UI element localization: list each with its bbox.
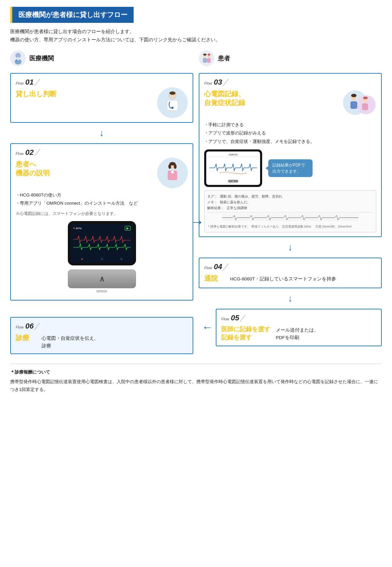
right-column-header: 患者 — [199, 50, 382, 66]
svg-rect-16 — [171, 171, 174, 173]
flow-01-box: Flow 01 ╱ 貸し出し判断 — [10, 73, 193, 123]
svg-point-20 — [199, 50, 214, 66]
flow-04-label: Flow 04 ╱ — [204, 262, 376, 271]
flow-05-text: メール送付または、 PDFを印刷 — [276, 325, 319, 341]
svg-rect-26 — [207, 58, 211, 63]
flow-05-title: 医師に記録を渡す 記録を渡す — [221, 325, 270, 341]
svg-rect-23 — [203, 58, 207, 63]
arrow-03-04: ↓ — [199, 243, 382, 252]
flow-02-label: Flow 02 ╱ — [16, 148, 188, 157]
bottom-note: ＊診療報酬について 携帯型発作時心電図記憶伝達装置使用心電図検査は、入院中の患者… — [10, 364, 382, 393]
flow-06-box: Flow 06 ╱ 診療 心電図・自覚症状を伝え、 診療 — [10, 317, 193, 354]
svg-point-12 — [168, 164, 171, 169]
bottom-note-text: 携帯型発作時心電図記憶伝達装置使用心電図検査は、入院中の患者様以外の患者様に対し… — [10, 378, 382, 394]
phone-screen-left: ♥ BPM ▶ — [71, 224, 133, 263]
svg-point-33 — [363, 97, 368, 99]
left-column: 医療機関 Flow 01 ╱ 貸し出し判断 — [10, 50, 193, 354]
left-column-label: 医療機関 — [29, 54, 54, 62]
arrow-04-05: ↓ — [199, 294, 382, 303]
flow-03-bullets: 手軽に計測できる アプリで波形の記録がみえる アプリで、自覚症状・運動強度、メモ… — [204, 121, 376, 146]
flow-01-label: Flow 01 ╱ — [16, 78, 188, 87]
doctor-illustration — [157, 87, 188, 118]
ecg-record-card: タグ： 運動 頭、腹の痛み、疲労、動悸、息切れ メモ： 朝昼に薬を飲んだ。 解析… — [204, 190, 376, 232]
right-column-label: 患者 — [218, 54, 230, 62]
flow-04-title: 通院 — [204, 274, 225, 283]
phone-mockup-left: ♥ BPM ▶ — [68, 221, 136, 265]
right-column: 患者 Flow 03 ╱ 心電図記録、 自覚症状記録 — [199, 50, 382, 346]
flow-05-label: Flow 05 ╱ — [221, 314, 376, 322]
flow-05-box: Flow 05 ╱ 医師に記録を渡す 記録を渡す メール送付または、 PDFを印… — [216, 309, 382, 346]
medical-icon — [10, 50, 26, 66]
flow-03-title: 心電図記録、 自覚症状記録 — [204, 89, 245, 107]
flow-02-note: ※心電図記録には、スマートフォンが必要となります。 — [16, 210, 188, 217]
bottom-note-title: ＊診療報酬について — [10, 368, 382, 376]
phone-screen-right: OMRON — [206, 151, 260, 185]
svg-rect-35 — [209, 158, 257, 178]
svg-point-6 — [169, 91, 176, 95]
flow-05-row: ← Flow 05 ╱ 医師に記録を渡す 記録を渡す メール送付または、 PDF… — [199, 309, 382, 346]
svg-point-22 — [203, 54, 207, 56]
arrow-02-03: → — [191, 215, 204, 229]
left-column-header: 医療機関 — [10, 50, 193, 66]
speech-bubble: 記録結果がPDFで出力できます。 — [268, 159, 313, 177]
flow-01-content: 貸し出し判断 — [16, 87, 188, 118]
spacer-left — [10, 305, 193, 312]
page-header: 医療機関が患者様に貸し出すフロー — [10, 7, 134, 23]
svg-point-3 — [16, 60, 17, 61]
svg-point-25 — [208, 54, 210, 56]
couple-illustration — [342, 87, 376, 118]
svg-rect-8 — [167, 100, 178, 111]
intro-text: 医療機関が患者様に貸し出す場合のフローを紹介します。 機器の使い方、専用アプリの… — [10, 28, 382, 44]
svg-rect-34 — [362, 103, 368, 110]
flow-06-label: Flow 06 ╱ — [16, 322, 188, 331]
flow-02-bullets: HCG-8060Tの使い方 専用アプリ「OMRON connect」のインストー… — [16, 191, 188, 208]
flow-05-content: 医師に記録を渡す 記録を渡す メール送付または、 PDFを印刷 — [221, 325, 376, 341]
flow-06-title: 診療 — [16, 333, 36, 343]
nurse-illustration — [157, 158, 188, 188]
flow-04-content: 通院 HCG-8060T・記録しているスマートフォンを持参 — [204, 274, 376, 283]
arrow-01-02: ↓ — [10, 128, 193, 138]
phone-mockup-right: OMRON — [204, 149, 262, 187]
flow-03-label: Flow 03 ╱ — [204, 78, 376, 87]
svg-point-13 — [174, 164, 177, 169]
ecg-divider — [207, 212, 373, 213]
flow-02-box: Flow 02 ╱ 患者へ 機器の説明 — [10, 143, 193, 301]
flow-03-header: 心電図記録、 自覚症状記録 — [204, 87, 376, 118]
flow-03-box: Flow 03 ╱ 心電図記録、 自覚症状記録 — [199, 73, 382, 237]
svg-rect-2 — [17, 57, 19, 60]
ecg-display: ♥ BPM ▶ — [71, 224, 133, 263]
flow-06-text: 心電図・自覚症状を伝え、 診療 — [42, 333, 99, 349]
flow-03-phone-row: OMRON — [204, 149, 376, 187]
svg-point-30 — [351, 94, 357, 97]
flow-01-title: 貸し出し判断 — [16, 89, 57, 98]
flow-container: 医療機関 Flow 01 ╱ 貸し出し判断 — [10, 50, 382, 354]
flow-02-title: 患者へ 機器の説明 — [16, 160, 50, 177]
svg-point-9 — [171, 107, 174, 109]
omron-device: ∧ omron — [68, 270, 136, 293]
flow-06-content: 診療 心電図・自覚症状を伝え、 診療 — [16, 333, 188, 349]
flow-04-text: HCG-8060T・記録しているスマートフォンを持参 — [230, 274, 336, 283]
flow-02-content: 患者へ 機器の説明 — [16, 158, 188, 188]
arrow-05-06: ← — [199, 321, 216, 334]
patient-icon — [199, 50, 214, 66]
flow-04-box: Flow 04 ╱ 通院 HCG-8060T・記録しているスマートフォンを持参 — [199, 258, 382, 288]
svg-rect-31 — [350, 101, 357, 109]
